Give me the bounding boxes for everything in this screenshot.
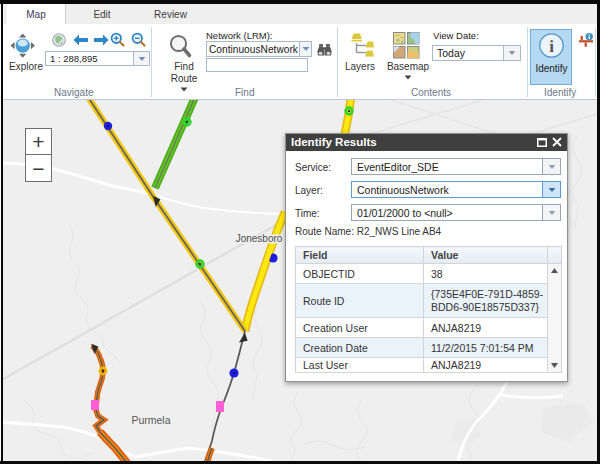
svg-text:Purmela: Purmela xyxy=(131,414,170,426)
svg-text:Jonesboro: Jonesboro xyxy=(236,233,283,244)
svg-text:i: i xyxy=(549,37,554,56)
